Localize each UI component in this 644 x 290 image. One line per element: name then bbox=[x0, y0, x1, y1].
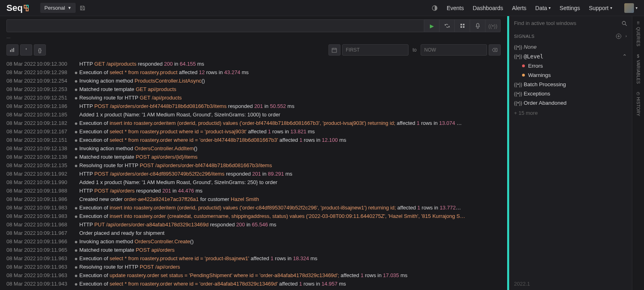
log-time: 10:09:12.167 bbox=[37, 128, 73, 135]
log-time: 10:09:11.968 bbox=[37, 221, 73, 228]
log-date: 08 Mar 2022 bbox=[6, 153, 37, 161]
log-row[interactable]: 08 Mar 202210:09:11.965Matched route tem… bbox=[0, 246, 507, 254]
log-list[interactable]: 08 Mar 202210:09:12.300HTTP GET /api/pro… bbox=[0, 58, 507, 290]
log-row[interactable]: 08 Mar 202210:09:11.963Resolving route f… bbox=[0, 263, 507, 271]
calendar-button[interactable] bbox=[328, 44, 341, 56]
log-row[interactable]: 08 Mar 202210:09:12.251Resolving route f… bbox=[0, 93, 507, 102]
log-time: 10:09:11.990 bbox=[37, 178, 73, 186]
log-row[interactable]: 08 Mar 202210:09:11.986Created new order… bbox=[0, 195, 507, 203]
bell-icon bbox=[475, 23, 480, 29]
log-row[interactable]: 08 Mar 202210:09:12.151Execution of sele… bbox=[0, 136, 507, 144]
rail-variables[interactable]: $VARIABLES bbox=[636, 54, 640, 84]
search-icon[interactable] bbox=[621, 21, 627, 26]
signal-level[interactable]: ((•))@Level⌃ bbox=[509, 52, 632, 61]
log-row[interactable]: 08 Mar 202210:09:11.967Order placed and … bbox=[0, 229, 507, 237]
log-row[interactable]: 08 Mar 202210:09:12.135Resolving route f… bbox=[0, 161, 507, 170]
log-date: 08 Mar 2022 bbox=[6, 246, 37, 254]
signals-header: SIGNALS › bbox=[509, 30, 632, 42]
log-row[interactable]: 08 Mar 202210:09:12.300HTTP GET /api/pro… bbox=[0, 60, 507, 68]
log-time: 10:09:11.963 bbox=[37, 263, 73, 271]
nav-data[interactable]: Data▾ bbox=[535, 5, 551, 11]
log-date: 08 Mar 2022 bbox=[6, 288, 37, 290]
braces-button[interactable]: {} bbox=[34, 44, 46, 56]
chart-button[interactable] bbox=[6, 44, 19, 56]
log-row[interactable]: 08 Mar 202210:09:12.138Matched route tem… bbox=[0, 153, 507, 161]
expand-button[interactable] bbox=[455, 19, 470, 32]
log-row[interactable]: 08 Mar 202210:09:12.186HTTP POST /api/or… bbox=[0, 102, 507, 110]
nav-events[interactable]: Events bbox=[447, 5, 464, 11]
log-message: HTTP POST /api/orders responded 201 in 4… bbox=[79, 187, 501, 195]
nav-dashboards[interactable]: Dashboards bbox=[473, 5, 503, 11]
log-row[interactable]: 08 Mar 202210:09:11.990Added 1 x product… bbox=[0, 178, 507, 186]
signal-errors[interactable]: Errors bbox=[509, 61, 632, 70]
log-row[interactable]: 08 Mar 202210:09:11.943Execution of sele… bbox=[0, 288, 507, 290]
log-level-dot bbox=[73, 271, 79, 279]
log-message: Resolving route for HTTP GET /api/produc… bbox=[79, 94, 501, 102]
signals-more[interactable]: + 15 more bbox=[509, 108, 632, 118]
log-row[interactable]: 08 Mar 202210:09:11.983Execution of inse… bbox=[0, 212, 507, 220]
log-row[interactable]: 08 Mar 202210:09:11.963Execution of upda… bbox=[0, 271, 507, 280]
clear-date-button[interactable] bbox=[489, 44, 501, 56]
log-message: Execution of select * from roastery.orde… bbox=[79, 288, 501, 290]
find-input[interactable] bbox=[514, 20, 621, 26]
log-row[interactable]: 08 Mar 202210:09:12.254Invoking action m… bbox=[0, 77, 507, 85]
chevron-right-icon[interactable]: › bbox=[625, 33, 627, 39]
signal-warnings[interactable]: Warnings bbox=[509, 70, 632, 80]
log-level-dot bbox=[73, 263, 79, 271]
save-icon[interactable] bbox=[80, 5, 85, 11]
log-date: 08 Mar 2022 bbox=[6, 68, 37, 76]
log-row[interactable]: 08 Mar 202210:09:11.966Invoking action m… bbox=[0, 237, 507, 246]
log-message: Resolving route for HTTP POST /api/order… bbox=[79, 263, 501, 271]
error-dot-icon bbox=[522, 64, 525, 67]
rail-queries[interactable]: ⠿QUERIES bbox=[636, 21, 640, 47]
user-menu[interactable]: ▾ bbox=[621, 3, 638, 13]
log-row[interactable]: 08 Mar 202210:09:12.167Execution of sele… bbox=[0, 127, 507, 136]
log-date: 08 Mar 2022 bbox=[6, 187, 37, 195]
log-row[interactable]: 08 Mar 202210:09:12.185Added 1 x product… bbox=[0, 110, 507, 119]
nav-alerts[interactable]: Alerts bbox=[512, 5, 526, 11]
log-row[interactable]: 08 Mar 202210:09:12.138Invoking action m… bbox=[0, 144, 507, 153]
quote-button[interactable]: ' bbox=[20, 44, 32, 56]
svg-point-12 bbox=[622, 21, 625, 25]
log-row[interactable]: 08 Mar 202210:09:11.992HTTP POST /api/or… bbox=[0, 170, 507, 178]
log-row[interactable]: 08 Mar 202210:09:11.943Execution of sele… bbox=[0, 280, 507, 288]
signal-batch[interactable]: ((•))Batch Processing bbox=[509, 80, 632, 89]
date-to-input[interactable] bbox=[421, 44, 487, 56]
log-date: 08 Mar 2022 bbox=[6, 178, 37, 186]
broadcast-icon: ((•)) bbox=[514, 91, 520, 97]
log-row[interactable]: 08 Mar 202210:09:11.983Execution of inse… bbox=[0, 203, 507, 212]
signal-button[interactable]: ((•)) bbox=[485, 19, 501, 32]
log-time: 10:09:12.135 bbox=[37, 162, 73, 169]
log-time: 10:09:12.151 bbox=[37, 136, 73, 144]
nav-settings[interactable]: Settings bbox=[559, 5, 580, 11]
add-signal-icon[interactable] bbox=[616, 33, 621, 39]
log-level-dot bbox=[73, 153, 79, 161]
svg-rect-3 bbox=[460, 26, 462, 28]
signal-none[interactable]: ((•))None bbox=[509, 42, 632, 52]
nav-support[interactable]: Support▾ bbox=[589, 5, 612, 11]
nav: Events Dashboards Alerts Data▾ Settings … bbox=[431, 3, 638, 13]
signal-abandoned[interactable]: ((•))Order Abandoned bbox=[509, 98, 632, 108]
run-query-button[interactable]: ▶ bbox=[424, 19, 440, 32]
logo-mark-icon bbox=[23, 4, 29, 12]
query-input[interactable] bbox=[6, 19, 424, 32]
logo[interactable]: Seq bbox=[6, 3, 29, 13]
log-row[interactable]: 08 Mar 202210:09:12.182Execution of inse… bbox=[0, 119, 507, 127]
log-time: 10:09:11.986 bbox=[37, 195, 73, 203]
log-row[interactable]: 08 Mar 202210:09:11.968HTTP PUT /api/ord… bbox=[0, 220, 507, 229]
rail-history[interactable]: ◷HISTORY bbox=[636, 91, 640, 116]
refresh-button[interactable] bbox=[440, 19, 455, 32]
log-level-dot bbox=[73, 246, 79, 254]
clock-icon: ◷ bbox=[636, 91, 640, 95]
log-row[interactable]: 08 Mar 202210:09:12.298Execution of sele… bbox=[0, 68, 507, 77]
workspace-selector[interactable]: Personal ▼ bbox=[40, 3, 75, 13]
log-row[interactable]: 08 Mar 202210:09:11.963Execution of sele… bbox=[0, 254, 507, 263]
log-message: Invoking action method ProductsControlle… bbox=[79, 77, 501, 85]
log-row[interactable]: 08 Mar 202210:09:11.988HTTP POST /api/or… bbox=[0, 186, 507, 195]
alert-button[interactable] bbox=[470, 19, 485, 32]
signal-exceptions[interactable]: ((•))Exceptions bbox=[509, 89, 632, 98]
date-from-input[interactable] bbox=[342, 44, 409, 56]
log-message: Execution of select * from roastery.prod… bbox=[79, 68, 501, 76]
theme-toggle-icon[interactable] bbox=[431, 5, 438, 11]
log-row[interactable]: 08 Mar 202210:09:12.253Matched route tem… bbox=[0, 85, 507, 93]
